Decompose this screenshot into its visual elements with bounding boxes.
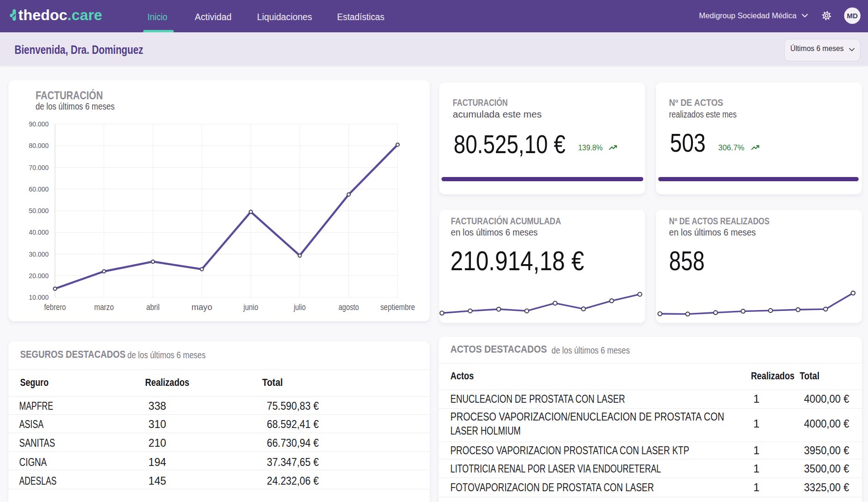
svg-text:60.000: 60.000 bbox=[29, 185, 49, 193]
svg-text:febrero: febrero bbox=[44, 303, 66, 312]
svg-text:10.000: 10.000 bbox=[29, 293, 49, 301]
svg-text:junio: junio bbox=[243, 303, 258, 312]
svg-text:abril: abril bbox=[146, 303, 159, 312]
svg-text:30.000: 30.000 bbox=[29, 250, 49, 258]
svg-text:90.000: 90.000 bbox=[29, 120, 49, 128]
svg-text:50.000: 50.000 bbox=[29, 207, 49, 214]
svg-text:mayo: mayo bbox=[191, 303, 212, 312]
svg-text:julio: julio bbox=[294, 303, 306, 312]
svg-text:marzo: marzo bbox=[94, 303, 114, 312]
svg-text:septiembre: septiembre bbox=[380, 303, 415, 312]
svg-text:40.000: 40.000 bbox=[29, 228, 49, 236]
svg-text:20.000: 20.000 bbox=[29, 272, 49, 280]
svg-text:80.000: 80.000 bbox=[29, 141, 49, 149]
svg-text:70.000: 70.000 bbox=[29, 163, 49, 171]
svg-text:agosto: agosto bbox=[338, 303, 359, 312]
